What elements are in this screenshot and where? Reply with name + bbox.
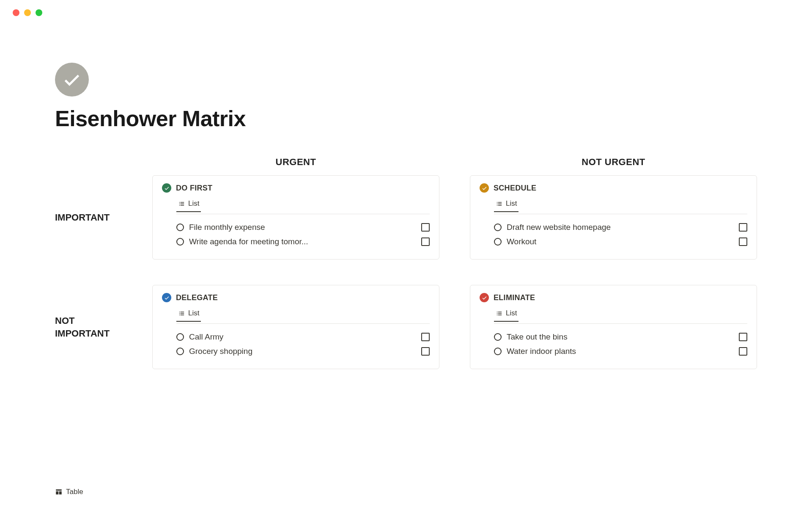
- status-circle-icon[interactable]: [494, 333, 502, 341]
- item-text: Grocery shopping: [189, 347, 421, 356]
- list-item[interactable]: Write agenda for meeting tomor...: [176, 235, 430, 249]
- view-tab-label: List: [188, 199, 199, 208]
- quadrant-eliminate: ELIMINATE List Take out the bins Water i…: [470, 285, 757, 369]
- checkmark-icon: [62, 70, 82, 89]
- minimize-window-button[interactable]: [24, 9, 31, 16]
- status-circle-icon[interactable]: [494, 348, 502, 355]
- status-circle-icon[interactable]: [176, 333, 184, 341]
- list-icon: [496, 310, 503, 317]
- divider: [494, 214, 747, 214]
- checkbox[interactable]: [739, 347, 747, 356]
- maximize-window-button[interactable]: [36, 9, 42, 16]
- window-traffic-lights: [0, 0, 812, 16]
- list-item[interactable]: Grocery shopping: [176, 344, 430, 359]
- item-text: File monthly expense: [189, 223, 421, 232]
- view-tab-list[interactable]: List: [494, 197, 518, 212]
- view-tab-label: Table: [66, 488, 83, 496]
- view-tab-list[interactable]: List: [494, 306, 518, 322]
- check-circle-icon: [480, 293, 489, 302]
- item-text: Workout: [507, 237, 739, 246]
- row-label-important: IMPORTANT: [55, 211, 152, 224]
- list-item[interactable]: Take out the bins: [494, 330, 747, 344]
- quadrant-delegate: DELEGATE List Call Army Grocery shopping: [152, 285, 439, 369]
- item-text: Call Army: [189, 332, 421, 342]
- quadrant-do-first: DO FIRST List File monthly expense Write…: [152, 175, 439, 260]
- status-circle-icon[interactable]: [176, 224, 184, 231]
- status-circle-icon[interactable]: [176, 348, 184, 355]
- list-item[interactable]: Draft new website homepage: [494, 220, 747, 235]
- check-circle-icon: [480, 183, 489, 193]
- column-header-not-urgent: NOT URGENT: [470, 157, 757, 175]
- list-item[interactable]: Workout: [494, 235, 747, 249]
- eisenhower-matrix: URGENT NOT URGENT IMPORTANT DO FIRST Lis…: [55, 157, 757, 369]
- item-text: Draft new website homepage: [507, 223, 739, 232]
- close-window-button[interactable]: [13, 9, 19, 16]
- checkbox[interactable]: [739, 223, 747, 232]
- view-tab-label: List: [506, 199, 517, 208]
- list-item[interactable]: File monthly expense: [176, 220, 430, 235]
- page-icon-checkmark[interactable]: [55, 63, 89, 97]
- page-title[interactable]: Eisenhower Matrix: [55, 106, 757, 131]
- checkbox[interactable]: [421, 333, 430, 341]
- quadrant-title: DELEGATE: [176, 293, 218, 302]
- check-circle-icon: [162, 293, 171, 302]
- view-tab-table[interactable]: Table: [55, 488, 83, 496]
- checkbox[interactable]: [421, 223, 430, 232]
- divider: [494, 323, 747, 324]
- table-icon: [55, 488, 63, 496]
- check-circle-icon: [162, 183, 171, 193]
- item-text: Take out the bins: [507, 332, 739, 342]
- status-circle-icon[interactable]: [494, 238, 502, 246]
- view-tab-list[interactable]: List: [176, 306, 201, 322]
- status-circle-icon[interactable]: [494, 224, 502, 231]
- quadrant-title: DO FIRST: [176, 184, 212, 193]
- checkbox[interactable]: [421, 237, 430, 246]
- view-tab-label: List: [506, 309, 517, 318]
- checkbox[interactable]: [739, 237, 747, 246]
- quadrant-schedule: SCHEDULE List Draft new website homepage…: [470, 175, 757, 260]
- checkbox[interactable]: [739, 333, 747, 341]
- checkbox[interactable]: [421, 347, 430, 356]
- item-text: Water indoor plants: [507, 347, 739, 356]
- list-icon: [496, 200, 503, 207]
- list-item[interactable]: Call Army: [176, 330, 430, 344]
- row-label-not-important: NOT IMPORTANT: [55, 315, 152, 340]
- view-tab-list[interactable]: List: [176, 197, 201, 212]
- list-icon: [178, 200, 185, 207]
- divider: [176, 323, 430, 324]
- divider: [176, 214, 430, 214]
- item-text: Write agenda for meeting tomor...: [189, 237, 421, 246]
- quadrant-title: SCHEDULE: [494, 184, 536, 193]
- column-header-urgent: URGENT: [152, 157, 439, 175]
- view-tab-label: List: [188, 309, 199, 318]
- list-icon: [178, 310, 185, 317]
- status-circle-icon[interactable]: [176, 238, 184, 246]
- quadrant-title: ELIMINATE: [494, 293, 535, 302]
- list-item[interactable]: Water indoor plants: [494, 344, 747, 359]
